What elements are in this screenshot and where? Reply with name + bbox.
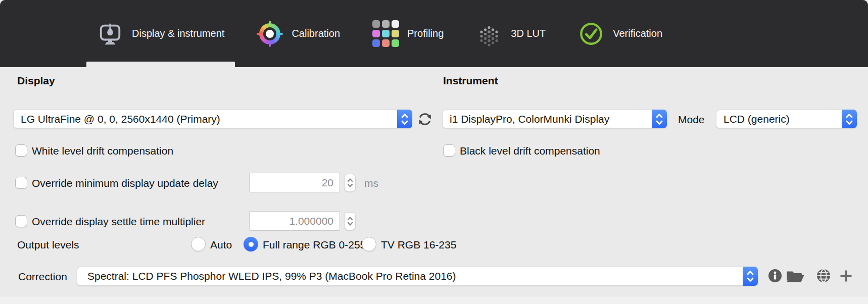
correction-value: Spectral: LCD PFS Phosphor WLED IPS, 99%… xyxy=(77,270,757,282)
select-stepper-icon xyxy=(397,110,412,128)
settle-time-stepper[interactable] xyxy=(344,212,356,230)
calibration-ring-icon xyxy=(257,21,283,47)
refresh-icon xyxy=(417,111,433,127)
output-full-range-radio[interactable] xyxy=(244,237,258,251)
update-delay-input[interactable] xyxy=(249,173,340,192)
tab-label: Display & instrument xyxy=(132,28,224,39)
instrument-device-select[interactable]: i1 DisplayPro, ColorMunki Display xyxy=(442,110,667,128)
display-device-value: LG UltraFine @ 0, 0, 2560x1440 (Primary) xyxy=(14,113,412,125)
override-settle-time-label: Override display settle time multiplier xyxy=(32,216,205,228)
black-level-drift-label: Black level drift compensation xyxy=(460,145,600,157)
output-levels-label: Output levels xyxy=(17,239,79,251)
instrument-device-value: i1 DisplayPro, ColorMunki Display xyxy=(443,113,666,125)
correction-info-button[interactable] xyxy=(768,269,782,283)
tab-label: Calibration xyxy=(292,28,340,39)
app-window: { "toolbar": { "tabs": { "display": "Dis… xyxy=(0,0,868,304)
correction-select[interactable]: Spectral: LCD PFS Phosphor WLED IPS, 99%… xyxy=(77,267,758,286)
display-device-select[interactable]: LG UltraFine @ 0, 0, 2560x1440 (Primary) xyxy=(13,110,412,128)
plus-icon xyxy=(839,269,853,283)
tab-3d-lut[interactable]: 3D LUT xyxy=(465,0,556,67)
monitor-probe-icon xyxy=(97,21,123,47)
correction-add-button[interactable] xyxy=(839,269,853,283)
select-stepper-icon xyxy=(842,110,857,128)
refresh-displays-button[interactable] xyxy=(416,111,433,128)
correction-web-button[interactable] xyxy=(816,269,831,283)
output-full-range-label: Full range RGB 0-255 xyxy=(263,239,366,251)
output-tv-radio[interactable] xyxy=(362,237,376,251)
correction-browse-button[interactable] xyxy=(786,269,804,283)
verification-check-icon xyxy=(578,21,604,47)
override-update-delay-checkbox[interactable] xyxy=(15,177,27,189)
toolbar: Display & instrument Calibration xyxy=(0,0,868,67)
instrument-section-header: Instrument xyxy=(443,75,498,87)
override-settle-time-checkbox[interactable] xyxy=(15,215,27,227)
folder-icon xyxy=(786,269,804,283)
settle-time-input[interactable] xyxy=(249,211,340,231)
override-update-delay-label: Override minimum display update delay xyxy=(32,177,218,189)
black-level-drift-checkbox[interactable] xyxy=(443,144,455,157)
stepper-chevrons-icon xyxy=(347,177,353,188)
delay-unit-label: ms xyxy=(364,177,378,189)
tab-label: 3D LUT xyxy=(511,28,546,39)
window-bottom-edge xyxy=(0,296,868,304)
tab-display-instrument[interactable]: Display & instrument xyxy=(86,0,235,67)
white-level-drift-label: White level drift compensation xyxy=(32,145,173,157)
globe-icon xyxy=(816,269,831,283)
select-stepper-icon xyxy=(743,267,758,286)
tab-profiling[interactable]: Profiling xyxy=(362,0,454,67)
tab-calibration[interactable]: Calibration xyxy=(246,0,351,67)
tab-bar: Display & instrument Calibration xyxy=(0,0,868,67)
mode-label: Mode xyxy=(678,114,705,126)
tab-label: Verification xyxy=(613,28,662,39)
output-tv-label: TV RGB 16-235 xyxy=(381,239,456,251)
info-icon xyxy=(768,269,782,283)
lut3d-cube-icon xyxy=(476,21,502,47)
select-stepper-icon xyxy=(652,110,667,128)
instrument-mode-select[interactable]: LCD (generic) xyxy=(716,110,857,128)
instrument-mode-value: LCD (generic) xyxy=(716,113,856,125)
output-auto-label: Auto xyxy=(210,239,232,251)
white-level-drift-checkbox[interactable] xyxy=(15,144,27,157)
tab-verification[interactable]: Verification xyxy=(567,0,673,67)
profiling-grid-icon xyxy=(372,21,399,47)
stepper-chevrons-icon xyxy=(347,216,353,227)
display-section-header: Display xyxy=(17,75,55,87)
output-auto-radio[interactable] xyxy=(191,237,206,251)
tab-label: Profiling xyxy=(407,28,444,39)
correction-label: Correction xyxy=(18,271,67,283)
update-delay-stepper[interactable] xyxy=(344,174,356,192)
